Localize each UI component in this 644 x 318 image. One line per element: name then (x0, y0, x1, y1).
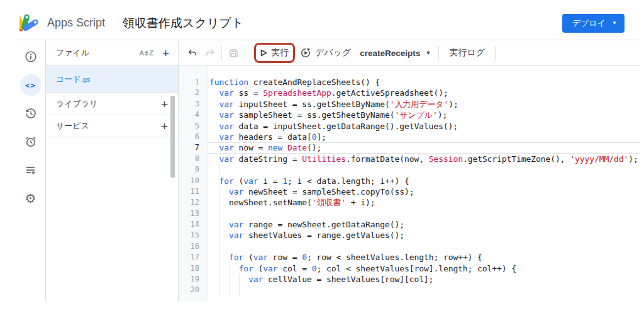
line-number[interactable]: 17 (179, 252, 207, 263)
file-extension: .gs (81, 76, 91, 83)
file-item-code-gs[interactable]: コード.gs (46, 66, 178, 93)
code-line[interactable]: for (var col = 0; col < sheetValues[row]… (208, 263, 640, 274)
code-line[interactable]: var range = newSheet.getDataRange(); (208, 219, 640, 230)
line-number[interactable]: 15 (179, 230, 207, 241)
line-number[interactable]: 18 (179, 263, 207, 274)
sidebar-item-project-history[interactable] (20, 103, 42, 124)
chevron-down-icon: ▼ (612, 20, 617, 26)
code-line[interactable] (208, 241, 640, 252)
line-number[interactable]: 2 (179, 88, 207, 98)
code-line[interactable] (208, 285, 640, 295)
add-file-button[interactable]: + (162, 47, 169, 59)
services-section: サービス + (46, 115, 178, 137)
deploy-label: デプロイ (572, 18, 606, 29)
code-line[interactable]: for (var row = 0; row < sheetValues.leng… (208, 252, 640, 263)
info-icon (25, 50, 37, 63)
project-title[interactable]: 領収書作成スクリプト (123, 15, 243, 31)
code-line[interactable]: var inputSheet = ss.getSheetByName('入力用デ… (208, 99, 640, 110)
redo-button[interactable] (204, 47, 216, 59)
sort-az-icon[interactable]: AZ (139, 49, 153, 57)
code-line[interactable]: var now = new Date(); (208, 142, 640, 153)
code-line[interactable] (208, 208, 640, 219)
save-button[interactable] (227, 47, 240, 59)
file-name: コード (56, 74, 81, 85)
code-line[interactable]: var cellValue = sheetValues[row][col]; (208, 274, 640, 285)
sidebar-item-editor[interactable]: <> (20, 74, 42, 96)
line-number[interactable]: 14 (179, 219, 207, 230)
run-button[interactable]: 実行 (254, 43, 295, 62)
libraries-label: ライブラリ (56, 98, 98, 110)
alarm-clock-icon (25, 135, 37, 148)
editor-column: 実行 デバッグ createReceipts ▼ (179, 40, 640, 301)
apps-script-window: Apps Script 領収書作成スクリプト デプロイ ▼ <> (0, 0, 644, 318)
code-line[interactable]: var data = inputSheet.getDataRange().get… (208, 121, 640, 132)
code-line[interactable]: newSheet.setName('領収書' + i); (208, 197, 640, 208)
apps-script-logo[interactable] (19, 13, 41, 33)
line-number[interactable]: 4 (179, 110, 207, 120)
line-number[interactable]: 16 (179, 241, 207, 252)
code-editor[interactable]: 1234567891011121314151617181920 function… (179, 66, 640, 301)
code-icon: <> (25, 81, 36, 90)
sidebar-item-executions[interactable] (20, 159, 42, 181)
debug-button[interactable]: デバッグ (300, 47, 351, 59)
line-number[interactable]: 20 (179, 285, 207, 295)
code-line[interactable]: function createAndReplaceSheets() { (208, 77, 640, 88)
debug-icon (300, 47, 311, 59)
line-number[interactable]: 11 (179, 186, 207, 197)
line-number[interactable]: 9 (179, 164, 207, 175)
code-line[interactable]: var sheetValues = range.getValues(); (208, 230, 640, 241)
add-library-button[interactable]: + (161, 98, 168, 110)
save-icon (228, 48, 239, 59)
play-icon (260, 49, 267, 57)
main-area: <> (16, 40, 640, 301)
gear-icon: ⚙ (25, 192, 36, 205)
deploy-button[interactable]: デプロイ ▼ (562, 14, 625, 33)
debug-label: デバッグ (315, 47, 351, 59)
files-header-label: ファイル (56, 47, 89, 59)
files-panel-header: ファイル AZ + (46, 40, 178, 66)
sidebar-item-triggers[interactable] (20, 131, 42, 152)
toolbar-divider (438, 46, 439, 60)
files-panel: ファイル AZ + コード.gs ライブラリ + サービス + (46, 40, 179, 301)
libraries-section: ライブラリ + (46, 93, 178, 115)
code-lines: function createAndReplaceSheets() { var … (208, 77, 640, 296)
code-line[interactable]: var newSheet = sampleSheet.copyTo(ss); (208, 186, 640, 197)
line-number[interactable]: 19 (179, 274, 207, 285)
files-scrollbar[interactable] (170, 96, 175, 178)
line-number[interactable]: 8 (179, 154, 207, 164)
line-number[interactable]: 1 (179, 77, 207, 88)
run-label: 実行 (271, 47, 289, 59)
undo-button[interactable] (186, 47, 199, 59)
code-line[interactable]: var dateString = Utilities.formatDate(no… (208, 154, 640, 164)
line-number[interactable]: 3 (179, 99, 207, 110)
toolbar-divider (221, 46, 222, 60)
add-service-button[interactable]: + (161, 120, 168, 132)
app-container: Apps Script 領収書作成スクリプト デプロイ ▼ <> (16, 6, 640, 301)
header: Apps Script 領収書作成スクリプト デプロイ ▼ (16, 6, 640, 40)
function-selector[interactable]: createReceipts ▼ (360, 48, 431, 58)
line-number[interactable]: 13 (179, 208, 207, 219)
editor-toolbar: 実行 デバッグ createReceipts ▼ (179, 40, 640, 66)
toolbar-divider (495, 46, 496, 60)
chevron-down-icon: ▼ (425, 50, 431, 56)
sidebar-item-settings[interactable]: ⚙ (20, 188, 42, 209)
redo-icon (204, 47, 216, 59)
code-line[interactable]: var sampleSheet = ss.getSheetByName('サンプ… (208, 110, 640, 120)
code-line[interactable]: var ss = SpreadsheetApp.getActiveSpreads… (208, 88, 640, 98)
history-icon (25, 107, 37, 120)
code-line[interactable]: for (var i = 1; i < data.length; i++) { (208, 176, 640, 186)
line-number[interactable]: 6 (179, 132, 207, 142)
product-name: Apps Script (47, 16, 105, 30)
selected-function-name: createReceipts (360, 48, 420, 58)
services-label: サービス (56, 120, 89, 132)
execution-log-button[interactable]: 実行ログ (449, 47, 485, 59)
code-line[interactable]: var headers = data[0]; (208, 132, 640, 142)
line-number[interactable]: 7 (179, 142, 207, 153)
sidebar-item-overview[interactable] (20, 46, 42, 67)
left-navigation-rail: <> (16, 40, 46, 301)
line-number-gutter: 1234567891011121314151617181920 (179, 66, 208, 301)
line-number[interactable]: 5 (179, 121, 207, 132)
line-number[interactable]: 10 (179, 176, 207, 186)
line-number[interactable]: 12 (179, 197, 207, 208)
code-line[interactable] (208, 164, 640, 175)
